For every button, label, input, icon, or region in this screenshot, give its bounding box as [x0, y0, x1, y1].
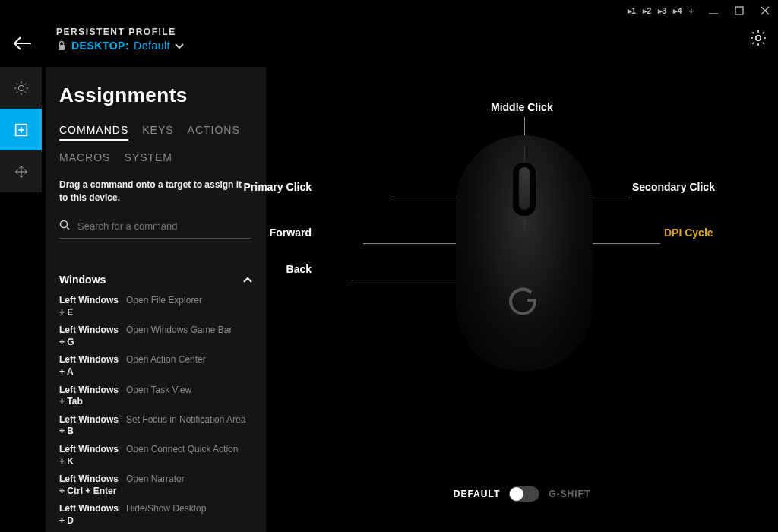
- command-row[interactable]: Left Windows + Ctrl + EnterOpen Narrator: [59, 473, 252, 497]
- profile-slot-4[interactable]: ▸4: [673, 6, 681, 16]
- svg-line-13: [24, 91, 26, 93]
- panel-hint: Drag a command onto a target to assign i…: [59, 179, 251, 204]
- gshift-toggle[interactable]: [509, 486, 539, 502]
- profile-name-prefix: DESKTOP:: [71, 40, 129, 52]
- svg-point-19: [61, 220, 68, 227]
- command-desc: Open Connect Quick Action: [126, 444, 252, 467]
- minimize-icon[interactable]: [708, 5, 719, 16]
- panel-title: Assignments: [59, 84, 251, 107]
- svg-line-14: [16, 91, 17, 93]
- tab-actions[interactable]: ACTIONS: [188, 124, 240, 141]
- tab-keys[interactable]: KEYS: [142, 124, 173, 141]
- chevron-up-icon: [243, 274, 252, 286]
- command-desc: Open Task View: [126, 385, 252, 408]
- command-row[interactable]: Left Windows + EOpen File Explorer: [59, 295, 252, 318]
- profile-slot-3[interactable]: ▸3: [658, 6, 666, 16]
- svg-rect-1: [735, 7, 743, 14]
- category-header[interactable]: Windows: [59, 274, 252, 286]
- label-back[interactable]: Back: [286, 263, 312, 275]
- label-secondary-click[interactable]: Secondary Click: [632, 181, 715, 193]
- label-forward[interactable]: Forward: [270, 226, 312, 239]
- command-key: Left Windows + E: [59, 295, 122, 318]
- command-key: Left Windows + B: [59, 414, 122, 438]
- rail-sensitivity[interactable]: [0, 150, 42, 192]
- leader-forward: [363, 243, 471, 244]
- command-row[interactable]: Left Windows + GOpen Windows Game Bar: [59, 325, 252, 348]
- chevron-down-icon: [175, 39, 184, 52]
- tab-commands[interactable]: COMMANDS: [59, 124, 128, 141]
- command-key: Left Windows + D: [59, 503, 122, 527]
- toggle-label-gshift: G-SHIFT: [549, 489, 590, 499]
- command-row[interactable]: Left Windows + AOpen Action Center: [59, 354, 252, 378]
- profile-slot-2[interactable]: ▸2: [643, 6, 650, 16]
- close-icon[interactable]: [760, 5, 770, 16]
- profile-slot-add[interactable]: +: [689, 6, 693, 15]
- label-dpi-cycle[interactable]: DPI Cycle: [664, 226, 713, 239]
- mouse-illustration: [456, 135, 593, 371]
- svg-line-15: [24, 83, 26, 84]
- profile-slot-1[interactable]: ▸1: [628, 6, 635, 16]
- svg-line-12: [16, 83, 17, 84]
- tab-system[interactable]: SYSTEM: [124, 151, 172, 166]
- command-desc: Open File Explorer: [126, 295, 252, 318]
- profile-label: PERSISTENT PROFILE: [56, 27, 184, 37]
- command-row[interactable]: Left Windows + TabOpen Task View: [59, 385, 252, 408]
- svg-rect-5: [59, 45, 65, 50]
- svg-point-6: [756, 36, 761, 40]
- command-desc: Open Narrator: [126, 473, 252, 497]
- lock-icon: [56, 40, 67, 51]
- label-primary-click[interactable]: Primary Click: [244, 181, 312, 193]
- command-key: Left Windows + G: [59, 325, 122, 348]
- search-icon: [59, 220, 70, 233]
- command-key: Left Windows + Ctrl + Enter: [59, 473, 122, 497]
- category-name: Windows: [59, 274, 106, 286]
- settings-button[interactable]: [749, 29, 767, 47]
- command-desc: Open Action Center: [126, 354, 252, 378]
- command-row[interactable]: Left Windows + DHide/Show Desktop: [59, 503, 252, 527]
- command-row[interactable]: Left Windows + BSet Focus in Notificatio…: [59, 414, 252, 438]
- command-desc: Set Focus in Notification Area: [126, 414, 252, 438]
- rail-lighting[interactable]: [0, 67, 42, 109]
- command-key: Left Windows + A: [59, 354, 122, 378]
- profile-name-value: Default: [134, 40, 170, 52]
- label-middle-click[interactable]: Middle Click: [491, 101, 553, 113]
- rail-assignments[interactable]: [0, 109, 42, 150]
- svg-line-20: [67, 227, 69, 230]
- profile-selector[interactable]: DESKTOP: Default: [56, 39, 184, 52]
- command-row[interactable]: Left Windows + KOpen Connect Quick Actio…: [59, 444, 252, 467]
- command-key: Left Windows + K: [59, 444, 122, 467]
- command-desc: Open Windows Game Bar: [126, 325, 252, 348]
- search-input[interactable]: [77, 220, 251, 232]
- back-button[interactable]: [11, 31, 35, 55]
- command-key: Left Windows + Tab: [59, 385, 122, 408]
- toggle-label-default: DEFAULT: [454, 489, 500, 499]
- command-desc: Hide/Show Desktop: [126, 503, 252, 527]
- maximize-icon[interactable]: [734, 5, 745, 16]
- logo-icon: [508, 283, 541, 317]
- svg-point-7: [18, 85, 24, 90]
- tab-macros[interactable]: MACROS: [59, 151, 110, 166]
- leader-back: [351, 280, 465, 280]
